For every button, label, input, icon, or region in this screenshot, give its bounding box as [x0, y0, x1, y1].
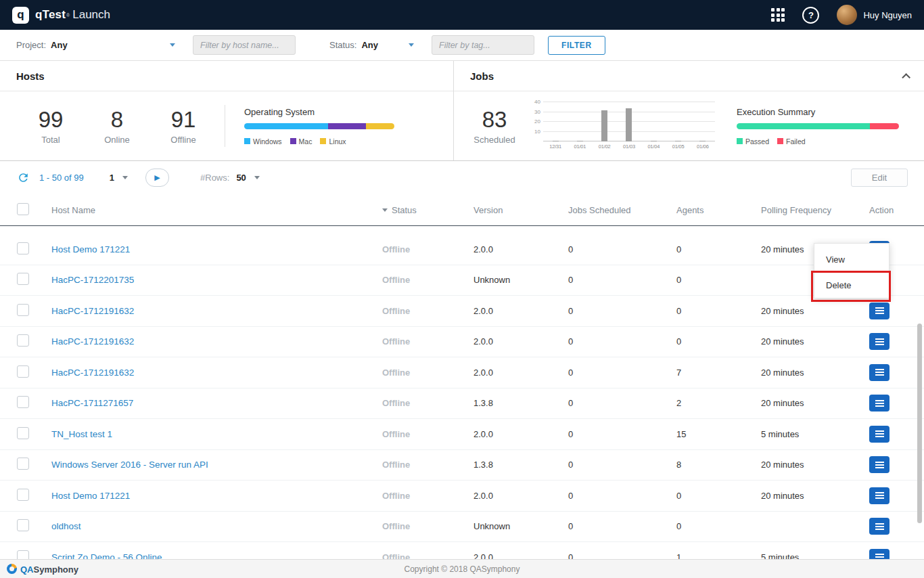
host-stat: 99Total [28, 107, 73, 145]
host-name-link[interactable]: HacPC-1712191632 [35, 368, 382, 378]
row-checkbox-cell [0, 396, 35, 410]
header-polling-frequency[interactable]: Polling Frequency [761, 205, 869, 215]
context-menu-item-view[interactable]: View [814, 246, 889, 272]
host-name-link[interactable]: HacPC-1712201735 [35, 275, 382, 285]
legend-item: Failed [777, 137, 806, 146]
next-page-button[interactable]: ▶ [145, 169, 169, 187]
help-icon[interactable]: ? [802, 7, 819, 24]
chart-xtick-label: 01/02 [593, 143, 617, 150]
chart-bar-group [543, 102, 568, 141]
scheduled-value: 83 [470, 107, 519, 133]
row-action-menu-button[interactable] [869, 487, 890, 504]
user-menu[interactable]: Huy Nguyen [837, 5, 912, 25]
host-name-link[interactable]: HacPC-1712191632 [35, 306, 382, 316]
header-jobs-scheduled[interactable]: Jobs Scheduled [568, 205, 676, 215]
row-checkbox[interactable] [17, 396, 29, 408]
status-label: Status: [329, 40, 356, 50]
row-checkbox[interactable] [17, 489, 29, 501]
apps-grid-icon[interactable] [771, 8, 785, 22]
rows-select[interactable]: 50 [236, 173, 259, 183]
agents-value: 8 [676, 460, 761, 470]
row-checkbox[interactable] [17, 242, 29, 254]
jobs-chart-plot: 10203040 [543, 102, 715, 141]
table-row: HacPC-1712191632Offline2.0.00020 minutes [0, 327, 924, 358]
action-cell [869, 456, 924, 473]
page-value: 1 [110, 173, 114, 183]
jobs-panel-header: Jobs [454, 61, 924, 91]
qasymphony-logo[interactable]: QASymphony [7, 563, 78, 575]
project-value: Any [51, 40, 68, 50]
header-agents[interactable]: Agents [676, 205, 761, 215]
sort-caret-icon [382, 208, 388, 212]
context-menu-item-delete[interactable]: Delete [814, 272, 889, 298]
chart-bar [577, 141, 583, 141]
status-text: Offline [382, 368, 473, 378]
os-bar [244, 123, 394, 129]
row-action-menu-button[interactable] [869, 303, 890, 319]
host-name-link[interactable]: HacPC-1712191632 [35, 336, 382, 347]
version-value: 2.0.0 [473, 244, 568, 254]
chart-bar-group [691, 102, 715, 141]
row-checkbox[interactable] [17, 304, 29, 316]
chart-ytick-label: 10 [530, 129, 540, 135]
table-row: HacPC-1711271657Offline1.3.80220 minutes [0, 388, 924, 420]
action-cell [869, 518, 924, 535]
collapse-chevron-icon[interactable] [902, 73, 910, 82]
row-checkbox[interactable] [17, 458, 29, 470]
host-name-link[interactable]: Host Demo 171221 [35, 244, 382, 254]
table-row: TN_Host test 1Offline2.0.00155 minutes [0, 419, 924, 450]
agents-value: 0 [676, 306, 761, 316]
row-checkbox-cell [0, 427, 35, 441]
header-host-name[interactable]: Host Name [35, 205, 382, 215]
host-name-link[interactable]: oldhost [35, 521, 382, 531]
row-checkbox[interactable] [17, 427, 29, 439]
agents-value: 0 [676, 244, 761, 254]
row-checkbox-cell [0, 273, 35, 287]
jobs-title: Jobs [470, 70, 494, 82]
row-action-menu-button[interactable] [869, 333, 890, 350]
legend-swatch-icon [320, 138, 326, 144]
host-stat: 8Online [95, 107, 139, 145]
project-select[interactable]: Project: Any [16, 40, 175, 50]
stat-label: Online [95, 135, 139, 145]
jobs-scheduled-value: 0 [568, 336, 676, 347]
avatar [837, 5, 857, 25]
row-action-menu-button[interactable] [869, 395, 890, 412]
host-name-link[interactable]: Windows Server 2016 - Server run API [35, 460, 382, 470]
refresh-icon[interactable] [16, 171, 30, 185]
filter-button[interactable]: FILTER [548, 36, 605, 55]
row-checkbox[interactable] [17, 334, 29, 347]
row-checkbox-cell [0, 365, 35, 380]
edit-button[interactable]: Edit [851, 169, 908, 187]
brand-launch: Launch [72, 8, 110, 22]
row-action-menu-button[interactable] [869, 426, 890, 443]
jobs-scheduled-value: 0 [568, 460, 676, 470]
row-checkbox[interactable] [17, 365, 29, 378]
header-status[interactable]: Status [382, 205, 473, 215]
page-select[interactable]: 1 [110, 173, 128, 183]
host-filter-input[interactable] [193, 35, 296, 55]
scrollbar-thumb[interactable] [917, 324, 922, 523]
stat-value: 91 [161, 107, 206, 133]
status-select[interactable]: Status: Any [329, 40, 414, 50]
row-action-menu-button[interactable] [869, 364, 890, 381]
select-all-checkbox[interactable] [17, 203, 29, 215]
legend-item: Windows [244, 137, 282, 146]
chart-ytick-label: 40 [530, 99, 540, 105]
stat-value: 8 [95, 107, 139, 133]
host-name-link[interactable]: HacPC-1711271657 [35, 398, 382, 408]
host-name-link[interactable]: Host Demo 171221 [35, 491, 382, 501]
tag-filter-input[interactable] [432, 35, 534, 55]
execution-legend: PassedFailed [737, 137, 899, 146]
row-checkbox[interactable] [17, 273, 29, 285]
row-checkbox[interactable] [17, 519, 29, 531]
chart-bar [601, 110, 607, 141]
menu-icon [875, 462, 884, 468]
chart-bar [675, 141, 681, 141]
rows-value: 50 [236, 173, 246, 183]
host-name-link[interactable]: TN_Host test 1 [35, 429, 382, 439]
polling-frequency-value: 20 minutes [761, 368, 869, 378]
row-action-menu-button[interactable] [869, 518, 890, 535]
header-version[interactable]: Version [473, 205, 568, 215]
row-action-menu-button[interactable] [869, 456, 890, 473]
